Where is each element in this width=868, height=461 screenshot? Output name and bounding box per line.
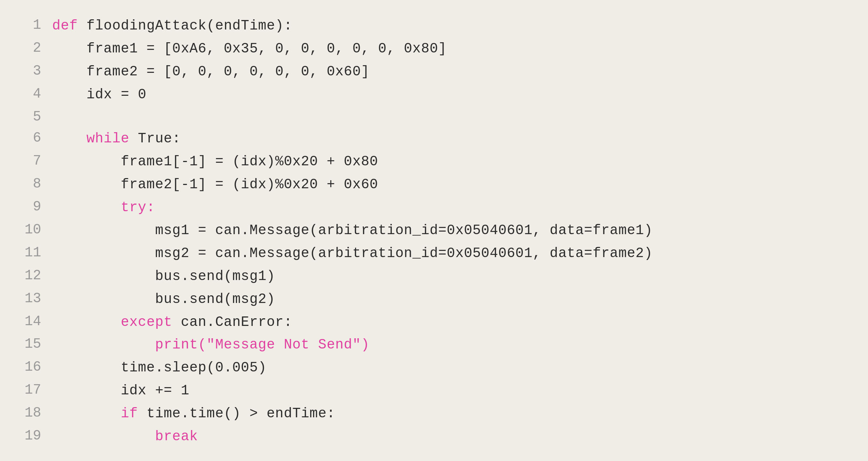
- table-row: 19 break: [11, 425, 846, 448]
- code-token: time.time() > endTime:: [138, 406, 335, 421]
- line-number: 8: [11, 173, 52, 196]
- table-row: 15 print("Message Not Send"): [11, 334, 846, 356]
- code-content: print("Message Not Send"): [52, 334, 846, 356]
- code-content: msg1 = can.Message(arbitration_id=0x0504…: [52, 219, 846, 242]
- line-number: 14: [11, 311, 52, 334]
- code-content: try:: [52, 196, 846, 219]
- line-number: 7: [11, 150, 52, 173]
- code-content: bus.send(msg1): [52, 265, 846, 288]
- keyword-token: if: [121, 406, 138, 421]
- line-number: 11: [11, 242, 52, 265]
- table-row: 16 time.sleep(0.005): [11, 356, 846, 379]
- code-token: [52, 429, 155, 444]
- table-row: 3 frame2 = [0, 0, 0, 0, 0, 0, 0x60]: [11, 60, 846, 83]
- code-content: idx += 1: [52, 379, 846, 402]
- code-content: frame2 = [0, 0, 0, 0, 0, 0, 0x60]: [52, 60, 846, 83]
- table-row: 4 idx = 0: [11, 83, 846, 106]
- code-table: 1def floodingAttack(endTime):2 frame1 = …: [11, 15, 846, 448]
- line-number: 4: [11, 83, 52, 106]
- code-content: frame1[-1] = (idx)%0x20 + 0x80: [52, 150, 846, 173]
- line-number: 2: [11, 38, 52, 60]
- code-token: time.sleep(0.005): [52, 360, 267, 375]
- code-content: time.sleep(0.005): [52, 356, 846, 379]
- table-row: 2 frame1 = [0xA6, 0x35, 0, 0, 0, 0, 0, 0…: [11, 38, 846, 60]
- table-row: 17 idx += 1: [11, 379, 846, 402]
- code-content: break: [52, 425, 846, 448]
- code-token: [52, 406, 121, 421]
- table-row: 8 frame2[-1] = (idx)%0x20 + 0x60: [11, 173, 846, 196]
- code-token: floodingAttack(endTime):: [78, 18, 292, 34]
- code-token: [52, 314, 121, 330]
- line-number: 17: [11, 379, 52, 402]
- table-row: 11 msg2 = can.Message(arbitration_id=0x0…: [11, 242, 846, 265]
- code-token: can.CanError:: [172, 314, 292, 330]
- code-content: def floodingAttack(endTime):: [52, 15, 846, 38]
- table-row: 18 if time.time() > endTime:: [11, 402, 846, 425]
- code-content: frame2[-1] = (idx)%0x20 + 0x60: [52, 173, 846, 196]
- line-number: 16: [11, 356, 52, 379]
- code-token: idx = 0: [52, 87, 146, 102]
- table-row: 14 except can.CanError:: [11, 311, 846, 334]
- line-number: 6: [11, 127, 52, 150]
- line-number: 1: [11, 15, 52, 38]
- code-content: frame1 = [0xA6, 0x35, 0, 0, 0, 0, 0, 0x8…: [52, 38, 846, 60]
- keyword-token: except: [121, 314, 172, 330]
- code-token: [52, 337, 155, 352]
- line-number: 10: [11, 219, 52, 242]
- code-token: frame1[-1] = (idx)%0x20 + 0x80: [52, 154, 378, 169]
- code-container: 1def floodingAttack(endTime):2 frame1 = …: [0, 0, 868, 461]
- code-token: bus.send(msg1): [52, 268, 275, 284]
- code-token: True:: [129, 131, 181, 146]
- code-content: while True:: [52, 127, 846, 150]
- table-row: 7 frame1[-1] = (idx)%0x20 + 0x80: [11, 150, 846, 173]
- code-token: frame2[-1] = (idx)%0x20 + 0x60: [52, 177, 378, 192]
- line-number: 12: [11, 265, 52, 288]
- line-number: 3: [11, 60, 52, 83]
- code-token: bus.send(msg2): [52, 291, 275, 307]
- code-token: msg1 = can.Message(arbitration_id=0x0504…: [52, 222, 652, 238]
- code-content: bus.send(msg2): [52, 288, 846, 311]
- line-number: 5: [11, 106, 52, 128]
- table-row: 1def floodingAttack(endTime):: [11, 15, 846, 38]
- line-number: 19: [11, 425, 52, 448]
- line-number: 13: [11, 288, 52, 311]
- code-content: if time.time() > endTime:: [52, 402, 846, 425]
- code-token: frame2 = [0, 0, 0, 0, 0, 0, 0x60]: [52, 64, 370, 79]
- code-content: idx = 0: [52, 83, 846, 106]
- code-content: [52, 106, 846, 128]
- code-content: msg2 = can.Message(arbitration_id=0x0504…: [52, 242, 846, 265]
- keyword-token: print("Message Not Send"): [155, 337, 370, 352]
- keyword-token: def: [52, 18, 78, 34]
- table-row: 12 bus.send(msg1): [11, 265, 846, 288]
- code-token: [52, 131, 86, 146]
- code-token: frame1 = [0xA6, 0x35, 0, 0, 0, 0, 0, 0x8…: [52, 41, 447, 56]
- keyword-token: break: [155, 429, 198, 444]
- table-row: 9 try:: [11, 196, 846, 219]
- line-number: 9: [11, 196, 52, 219]
- code-content: except can.CanError:: [52, 311, 846, 334]
- line-number: 18: [11, 402, 52, 425]
- code-token: idx += 1: [52, 383, 189, 398]
- line-number: 15: [11, 334, 52, 356]
- table-row: 13 bus.send(msg2): [11, 288, 846, 311]
- table-row: 5: [11, 106, 846, 128]
- table-row: 6 while True:: [11, 127, 846, 150]
- code-token: [52, 200, 121, 215]
- code-token: msg2 = can.Message(arbitration_id=0x0504…: [52, 245, 652, 261]
- table-row: 10 msg1 = can.Message(arbitration_id=0x0…: [11, 219, 846, 242]
- keyword-token: try:: [121, 200, 155, 215]
- keyword-token: while: [86, 131, 129, 146]
